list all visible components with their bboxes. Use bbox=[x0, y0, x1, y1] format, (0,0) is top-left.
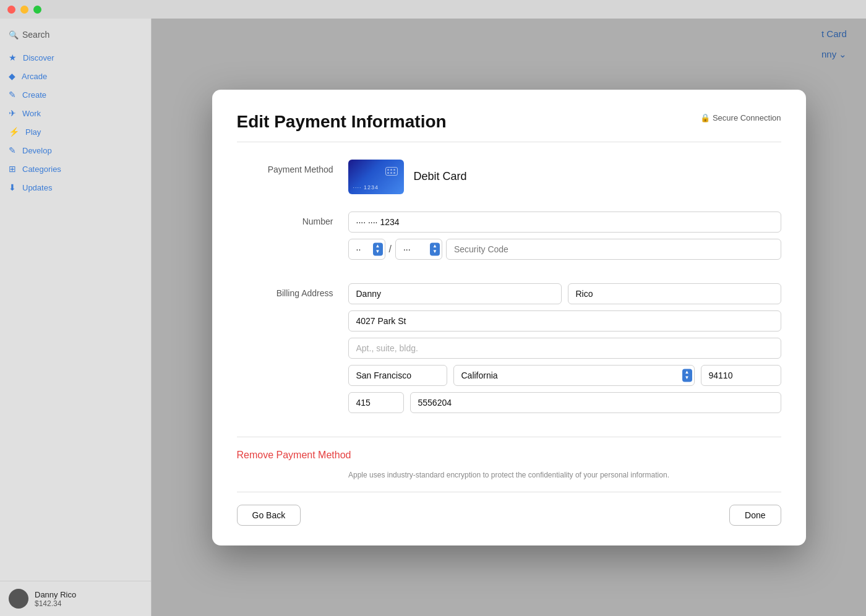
month-up-arrow: ▲ bbox=[375, 243, 380, 249]
month-stepper-arrows[interactable]: ▲ ▼ bbox=[373, 242, 383, 255]
sidebar-item-play[interactable]: ⚡ Play bbox=[0, 122, 151, 141]
app-background: 🔍 Search ★ Discover ◆ Arcade ✎ Create ✈ … bbox=[0, 0, 866, 616]
card-dots: ···· 1234 bbox=[353, 184, 379, 190]
sidebar-item-arcade[interactable]: ◆ Arcade bbox=[0, 67, 151, 85]
state-wrap: California AlabamaAlaskaArizona New York… bbox=[453, 365, 695, 386]
play-icon: ⚡ bbox=[9, 127, 19, 137]
card-image: ···· 1234 bbox=[348, 160, 404, 194]
lock-icon: 🔒 bbox=[700, 113, 710, 122]
payment-method-info: ···· 1234 Debit Card bbox=[348, 160, 781, 194]
traffic-red[interactable] bbox=[7, 6, 15, 14]
title-bar bbox=[0, 0, 866, 19]
sidebar-item-work[interactable]: ✈ Work bbox=[0, 104, 151, 122]
arcade-icon: ◆ bbox=[9, 71, 15, 81]
security-code-field[interactable] bbox=[446, 239, 781, 260]
sidebar-item-play-label: Play bbox=[25, 127, 41, 137]
expiry-month-wrap: ·· 01020304 05060708 09101112 ▲ ▼ bbox=[348, 239, 385, 260]
sidebar-bottom: Danny Rico $142.34 bbox=[0, 581, 151, 616]
name-row bbox=[348, 283, 781, 304]
star-icon: ★ bbox=[9, 53, 17, 62]
sidebar-item-create-label: Create bbox=[22, 90, 46, 100]
privacy-text: Apple uses industry-standard encryption … bbox=[237, 471, 781, 479]
sidebar-item-arcade-label: Arcade bbox=[22, 72, 47, 81]
year-stepper-arrows[interactable]: ▲ ▼ bbox=[430, 242, 440, 255]
chip-dot-3 bbox=[393, 169, 395, 171]
traffic-green[interactable] bbox=[33, 6, 41, 14]
sidebar-item-categories[interactable]: ⊞ Categories bbox=[0, 160, 151, 178]
sidebar-item-discover-label: Discover bbox=[23, 53, 54, 62]
search-icon: 🔍 bbox=[9, 30, 19, 40]
number-label: Number bbox=[237, 212, 348, 226]
card-chip bbox=[385, 167, 398, 176]
state-up-arrow: ▲ bbox=[685, 369, 690, 375]
sidebar-item-create[interactable]: ✎ Create bbox=[0, 85, 151, 104]
sidebar-item-categories-label: Categories bbox=[22, 165, 61, 174]
chip-dot-1 bbox=[387, 169, 389, 171]
sidebar-item-updates[interactable]: ⬇ Updates bbox=[0, 178, 151, 197]
state-select[interactable]: California AlabamaAlaskaArizona New York… bbox=[453, 365, 695, 386]
billing-address-label: Billing Address bbox=[237, 283, 348, 298]
debit-card-label: Debit Card bbox=[414, 170, 467, 183]
develop-icon: ✎ bbox=[9, 145, 16, 155]
payment-method-row: Payment Method ···· 1234 bbox=[237, 160, 781, 194]
sidebar-user-balance: $142.34 bbox=[35, 599, 76, 608]
sidebar-item-develop-label: Develop bbox=[22, 146, 52, 155]
sidebar-item-develop[interactable]: ✎ Develop bbox=[0, 141, 151, 160]
remove-payment-button[interactable]: Remove Payment Method bbox=[237, 450, 351, 461]
categories-icon: ⊞ bbox=[9, 164, 16, 174]
state-down-arrow: ▼ bbox=[685, 375, 690, 382]
zip-field[interactable] bbox=[701, 365, 781, 386]
sidebar-item-discover[interactable]: ★ Discover bbox=[0, 48, 151, 67]
card-number-field-wrap bbox=[348, 212, 781, 233]
updates-icon: ⬇ bbox=[9, 182, 16, 192]
year-down-arrow: ▼ bbox=[432, 249, 437, 255]
modal: Edit Payment Information 🔒 Secure Connec… bbox=[212, 90, 806, 545]
city-field[interactable] bbox=[348, 365, 447, 386]
expiry-year-wrap: ··· 2024202520262027 202820292030 ▲ ▼ bbox=[395, 239, 442, 260]
expiry-row: ·· 01020304 05060708 09101112 ▲ ▼ / bbox=[348, 239, 781, 260]
year-up-arrow: ▲ bbox=[432, 243, 437, 249]
area-code-field[interactable] bbox=[348, 392, 404, 413]
secure-connection-label: Secure Connection bbox=[713, 113, 781, 122]
sidebar-item-updates-label: Updates bbox=[22, 183, 52, 192]
chip-dot-5 bbox=[390, 172, 392, 174]
apt-field-wrap bbox=[348, 338, 781, 359]
go-back-button[interactable]: Go Back bbox=[237, 505, 301, 526]
chip-dot-6 bbox=[393, 172, 395, 174]
street-field-wrap bbox=[348, 310, 781, 332]
state-stepper-arrows[interactable]: ▲ ▼ bbox=[682, 369, 692, 382]
first-name-field[interactable] bbox=[348, 283, 562, 304]
top-divider bbox=[237, 142, 781, 142]
apt-field[interactable] bbox=[348, 338, 781, 359]
modal-title: Edit Payment Information bbox=[237, 112, 781, 132]
billing-address-row: Billing Address bbox=[237, 283, 781, 419]
done-button[interactable]: Done bbox=[729, 505, 781, 526]
payment-method-label: Payment Method bbox=[237, 160, 348, 174]
sidebar-user-info: Danny Rico $142.34 bbox=[35, 590, 76, 608]
sidebar: 🔍 Search ★ Discover ◆ Arcade ✎ Create ✈ … bbox=[0, 19, 152, 616]
traffic-yellow[interactable] bbox=[20, 6, 28, 14]
chip-dot-4 bbox=[387, 172, 389, 174]
sidebar-search-row[interactable]: 🔍 Search bbox=[0, 26, 151, 43]
payment-method-content: ···· 1234 Debit Card bbox=[348, 160, 781, 194]
number-row: Number ·· 01020304 05060708 09101112 bbox=[237, 212, 781, 266]
month-down-arrow: ▼ bbox=[375, 249, 380, 255]
sidebar-search-label: Search bbox=[22, 30, 49, 40]
city-state-zip-row: California AlabamaAlaskaArizona New York… bbox=[348, 365, 781, 386]
final-divider bbox=[237, 492, 781, 492]
last-name-field[interactable] bbox=[568, 283, 781, 304]
avatar bbox=[9, 589, 28, 609]
phone-row bbox=[348, 392, 781, 413]
chip-dot-2 bbox=[390, 169, 392, 171]
create-icon: ✎ bbox=[9, 90, 16, 100]
phone-number-field[interactable] bbox=[410, 392, 781, 413]
sidebar-item-work-label: Work bbox=[22, 109, 41, 118]
street-field[interactable] bbox=[348, 310, 781, 332]
card-number-field[interactable] bbox=[348, 212, 781, 233]
expiry-separator: / bbox=[389, 244, 392, 255]
bottom-divider bbox=[237, 437, 781, 437]
secure-connection: 🔒 Secure Connection bbox=[700, 113, 781, 122]
billing-address-content: California AlabamaAlaskaArizona New York… bbox=[348, 283, 781, 419]
number-content: ·· 01020304 05060708 09101112 ▲ ▼ / bbox=[348, 212, 781, 266]
modal-overlay: Edit Payment Information 🔒 Secure Connec… bbox=[152, 19, 866, 616]
